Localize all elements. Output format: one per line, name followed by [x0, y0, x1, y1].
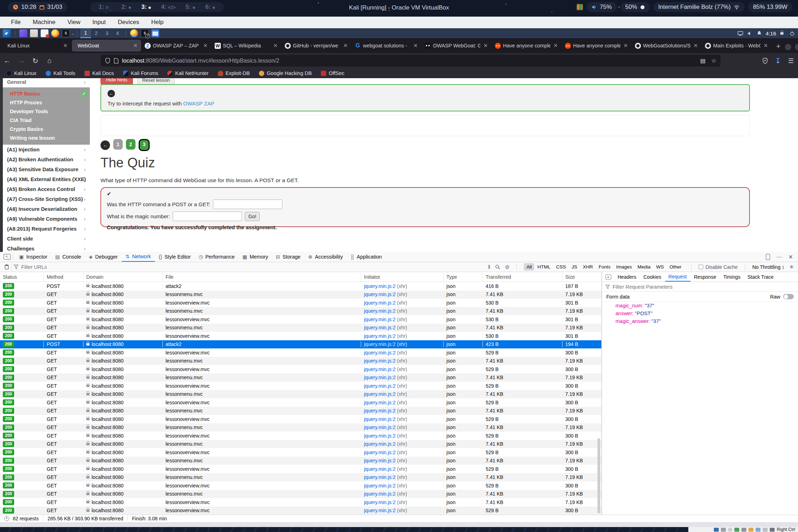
browser-tab[interactable]: ZOWASP ZAP – ZAP i✕ — [142, 40, 211, 52]
site-info-icon[interactable] — [114, 58, 118, 64]
sidebar-category[interactable]: (A8:2013) Request Forgeries› — [3, 224, 90, 234]
vbox-menu-machine[interactable]: Machine — [27, 17, 61, 28]
initiator-link[interactable]: jquery.min.js:2 — [364, 458, 395, 463]
clear-requests-icon[interactable] — [4, 264, 9, 270]
network-request-row[interactable]: 200GETlocalhost:8080lessonoverview.mvcjq… — [0, 382, 601, 390]
browser-tab[interactable]: Have anyone comple✕ — [562, 40, 631, 52]
vbox-menu-devices[interactable]: Devices — [112, 17, 145, 28]
tracking-shield-icon[interactable] — [105, 58, 110, 64]
browser-tab[interactable]: GitHub - vernjan/we✕ — [282, 40, 351, 52]
volume-icon[interactable] — [747, 31, 753, 36]
initiator-link[interactable]: jquery.min.js:2 — [364, 466, 395, 472]
initiator-link[interactable]: jquery.min.js:2 — [364, 300, 395, 306]
tab-close-icon[interactable]: ✕ — [342, 42, 348, 49]
initiator-link[interactable]: jquery.min.js:2 — [364, 450, 395, 455]
pick-element-icon[interactable]: ↖ — [4, 254, 11, 260]
sidebar-lesson-item[interactable]: HTTP Proxies — [3, 98, 90, 107]
devtools-tab-application[interactable]: ⣿Application — [347, 252, 386, 262]
power-icon[interactable] — [790, 31, 794, 36]
guest-workspace-2[interactable]: 2 — [91, 28, 102, 38]
request-panel-tab-stack-trace[interactable]: Stack Trace — [744, 272, 777, 282]
har-gear-icon[interactable]: ✳ — [789, 264, 794, 270]
vbox-menu-help[interactable]: Help — [145, 17, 170, 28]
devtools-tab-debugger[interactable]: ◈Debugger — [85, 252, 121, 262]
network-request-row[interactable]: 200GETlocalhost:8080lessonmenu.mvcjquery… — [0, 357, 601, 365]
lock-screen-icon[interactable] — [780, 32, 783, 35]
initiator-link[interactable]: jquery.min.js:2 — [364, 408, 395, 414]
network-request-row[interactable]: 200GETlocalhost:8080lessonmenu.mvcjquery… — [0, 473, 601, 482]
vbox-hdd-icon[interactable] — [721, 528, 726, 532]
request-panel-tab-cookies[interactable]: Cookies — [640, 272, 665, 282]
tab-close-icon[interactable]: ✕ — [763, 42, 769, 49]
filter-request-parameters-input[interactable]: Filter Request Parameters — [602, 282, 798, 292]
network-request-row[interactable]: 200GETlocalhost:8080lessonmenu.mvcjquery… — [0, 307, 601, 316]
network-request-row[interactable]: 200GETlocalhost:8080lessonoverview.mvcjq… — [0, 465, 601, 473]
network-request-row[interactable]: 200GETlocalhost:8080lessonoverview.mvcjq… — [0, 498, 601, 507]
column-header-initiator[interactable]: Initiator — [361, 272, 444, 282]
sidebar-category[interactable]: (A9) Vulnerable Components› — [3, 214, 90, 224]
sidebar-category[interactable]: (A2) Broken Authentication› — [3, 155, 90, 164]
column-header-domain[interactable]: Domain — [83, 272, 163, 282]
tab-close-icon[interactable]: ✕ — [272, 42, 278, 49]
network-request-row[interactable]: 200GETlocalhost:8080lessonmenu.mvcjquery… — [0, 374, 601, 382]
initiator-link[interactable]: jquery.min.js:2 — [364, 283, 395, 289]
go-button[interactable]: Go! — [245, 212, 260, 221]
network-request-row[interactable]: 200GETlocalhost:8080lessonoverview.mvcjq… — [0, 448, 601, 457]
window-minimize-button[interactable] — [785, 44, 791, 50]
permissions-shield-icon[interactable] — [762, 58, 768, 64]
sidebar-category[interactable]: Challenges› — [3, 244, 90, 252]
downloads-icon[interactable]: ↧ — [775, 57, 781, 65]
file-manager-icon[interactable] — [30, 29, 38, 37]
sidebar-category[interactable]: (A3) Sensitive Data Exposure› — [3, 164, 90, 174]
bookmark-item[interactable]: Exploit-DB — [218, 70, 250, 76]
initiator-link[interactable]: jquery.min.js:2 — [364, 366, 395, 372]
request-panel-tab-response[interactable]: Response — [690, 272, 720, 282]
back-button[interactable]: ← — [0, 57, 14, 65]
devtools-tab-console[interactable]: ▤Console — [51, 252, 85, 262]
display-icon[interactable] — [738, 31, 743, 36]
network-request-row[interactable]: 200GETlocalhost:8080lessonoverview.mvcjq… — [0, 415, 601, 423]
vbox-menu-input[interactable]: Input — [86, 17, 112, 28]
sidebar-category[interactable]: Client side› — [3, 234, 90, 244]
initiator-link[interactable]: jquery.min.js:2 — [364, 358, 395, 364]
bookmark-item[interactable]: Kali Tools — [46, 70, 75, 76]
filter-urls-input[interactable]: Filter URLs — [21, 264, 47, 270]
network-request-row[interactable]: 200GETlocalhost:8080lessonoverview.mvcjq… — [0, 365, 601, 374]
page-button-3[interactable]: 3 — [139, 139, 150, 151]
browser-tab[interactable]: WebGoatSolutions/S✕ — [632, 40, 701, 52]
page-button-2[interactable]: 2 — [126, 139, 135, 150]
bookmark-item[interactable]: Google Hacking DB — [259, 70, 312, 76]
devtools-tab-storage[interactable]: ⊟Storage — [272, 252, 305, 262]
guest-workspace-3[interactable]: 3 — [102, 28, 112, 38]
forward-button[interactable]: → — [14, 57, 28, 65]
browser-tab[interactable]: Have anyone comple✕ — [492, 40, 561, 52]
form-data-param[interactable]: answer: "POST" — [602, 310, 798, 317]
filter-pill-xhr[interactable]: XHR — [580, 263, 596, 271]
devtools-tab-inspector[interactable]: ▣Inspector — [15, 252, 51, 262]
filter-pill-fonts[interactable]: Fonts — [596, 263, 613, 271]
initiator-link[interactable]: jquery.min.js:2 — [364, 400, 395, 405]
column-header-file[interactable]: File — [163, 272, 361, 282]
network-request-row[interactable]: 200GETlocalhost:8080lessonoverview.mvcjq… — [0, 299, 601, 307]
browser-tab[interactable]: OWASP WebGoat: G✕ — [422, 40, 491, 52]
sidebar-lesson-item[interactable]: CIA Triad — [3, 116, 90, 125]
initiator-link[interactable]: jquery.min.js:2 — [364, 391, 395, 397]
devtools-tab-style-editor[interactable]: {}Style Editor — [155, 252, 195, 262]
bookmark-star-icon[interactable]: ☆ — [711, 57, 716, 64]
new-tab-button[interactable]: + — [772, 42, 785, 53]
initiator-link[interactable]: jquery.min.js:2 — [364, 333, 395, 339]
network-request-row[interactable]: 200GETlocalhost:8080lessonoverview.mvcjq… — [0, 348, 601, 357]
initiator-link[interactable]: jquery.min.js:2 — [364, 341, 395, 347]
network-request-row[interactable]: 200GETlocalhost:8080lessonmenu.mvcjquery… — [0, 324, 601, 332]
tab-close-icon[interactable]: ✕ — [202, 42, 208, 49]
tab-close-icon[interactable]: ✕ — [62, 42, 68, 49]
network-request-row[interactable]: 200GETlocalhost:8080lessonoverview.mvcjq… — [0, 432, 601, 440]
form-data-section-header[interactable]: Form data Raw — [602, 292, 798, 302]
column-header-type[interactable]: Type — [444, 272, 483, 282]
initiator-link[interactable]: jquery.min.js:2 — [364, 416, 395, 422]
throttling-dropdown[interactable]: No Throttling ↕ — [752, 264, 785, 270]
menu-hamburger-icon[interactable]: ☰ — [788, 57, 794, 65]
page-back-icon[interactable]: ← — [100, 140, 110, 150]
devtools-tab-accessibility[interactable]: ⊕Accessibility — [305, 252, 347, 262]
tab-close-icon[interactable]: ✕ — [132, 42, 138, 49]
